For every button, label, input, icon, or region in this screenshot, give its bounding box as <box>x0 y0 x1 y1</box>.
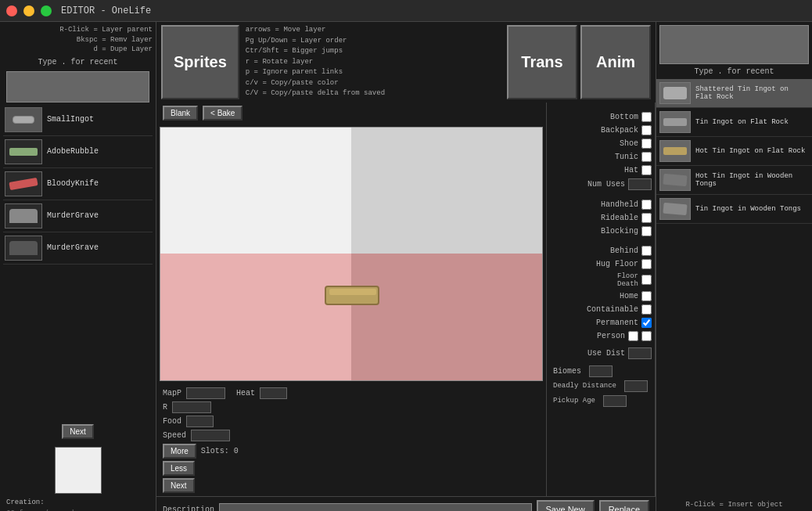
right-thumb <box>659 198 691 220</box>
more-button[interactable]: More <box>163 444 196 459</box>
handheld-checkbox[interactable] <box>641 200 652 210</box>
floordeath-checkbox[interactable] <box>641 275 652 285</box>
canvas-q1 <box>160 128 351 254</box>
mapp-input[interactable]: 0.00 <box>186 387 225 399</box>
top-bar: Sprites arrows = Move layer Pg Up/Down =… <box>156 22 656 103</box>
blocking-checkbox[interactable] <box>641 226 652 236</box>
right-list-item[interactable]: Tin Ingot on Flat Rock <box>656 108 812 137</box>
sprite-preview-box <box>55 447 102 494</box>
sprite-thumb <box>5 107 42 132</box>
right-thumb <box>659 111 691 133</box>
sprite-name: MurderGrave <box>47 211 99 220</box>
behind-checkbox[interactable] <box>641 246 652 256</box>
list-item[interactable]: MurderGrave <box>3 200 153 232</box>
next-button-center[interactable]: Next <box>163 478 195 493</box>
handheld-label: Handheld <box>601 200 638 209</box>
sprites-button[interactable]: Sprites <box>161 25 239 99</box>
replace-button[interactable]: Replace <box>599 500 649 511</box>
desc-bar: Description Hot Tin Ingot on Flat Rock S… <box>156 496 656 511</box>
bake-button[interactable]: < Bake <box>203 106 243 121</box>
deadlydist-row: Deadly Distance 0 <box>550 379 652 394</box>
trans-blocking-row: Blocking <box>550 225 652 238</box>
middle-section: Sprites arrows = Move layer Pg Up/Down =… <box>156 22 656 511</box>
minimize-btn[interactable] <box>23 5 34 16</box>
right-list-item[interactable]: Shattered Tin Ingot on Flat Rock <box>656 79 812 108</box>
biomes-row: Biomes 3 <box>550 364 652 379</box>
rideable-label: Rideable <box>601 214 638 222</box>
next-button-left[interactable]: Next <box>62 424 94 439</box>
trans-button[interactable]: Trans <box>507 25 577 99</box>
save-new-button[interactable]: Save New <box>537 500 595 511</box>
main-layout: R-Click = Layer parent Bkspc = Remv laye… <box>0 22 812 511</box>
trans-rideable-row: Rideable <box>550 211 652 225</box>
canvas-q3 <box>160 254 351 380</box>
list-item[interactable]: SmallIngot <box>3 104 153 136</box>
status-line1: 60 frames/second <box>3 508 153 511</box>
right-preview <box>659 25 809 64</box>
right-item-name: Tin Ingot in Wooden Tongs <box>695 205 801 213</box>
rideable-checkbox[interactable] <box>641 213 652 223</box>
selected-sprite-preview <box>6 71 149 103</box>
right-thumb <box>659 82 691 104</box>
sprite-name: AdobeRubble <box>47 147 99 156</box>
usedist-input[interactable]: 1 <box>628 347 652 359</box>
food-input[interactable]: 0 <box>186 416 214 427</box>
mapp-label: MapP <box>163 389 181 398</box>
right-thumb <box>659 169 691 191</box>
backpack-label: Backpack <box>601 126 638 135</box>
person2-checkbox[interactable] <box>641 331 652 341</box>
ingot-sprite <box>325 286 379 305</box>
biomes-input[interactable]: 3 <box>589 365 613 377</box>
pickupage-input[interactable]: 3 <box>603 395 627 407</box>
sprite-name: BloodyKnife <box>47 179 99 188</box>
r-label: R <box>163 403 167 412</box>
trans-behind-row: Behind <box>550 244 652 257</box>
trans-containable-row: Containable <box>550 303 652 316</box>
hat-checkbox[interactable] <box>641 165 652 175</box>
backpack-checkbox[interactable] <box>641 125 652 135</box>
canvas-q2 <box>351 128 542 254</box>
sprite-name: SmallIngot <box>47 115 94 124</box>
blank-button[interactable]: Blank <box>163 106 198 121</box>
bottom-checkbox[interactable] <box>641 112 652 122</box>
list-item[interactable]: AdobeRubble <box>3 136 153 168</box>
r-input[interactable]: 0.00 <box>172 401 211 413</box>
permanent-checkbox[interactable] <box>641 318 652 328</box>
trans-permanent-row: Permanent <box>550 316 652 329</box>
numuses-input[interactable]: 1 <box>628 178 652 190</box>
sprite-canvas[interactable] <box>160 127 543 382</box>
tunic-checkbox[interactable] <box>641 152 652 162</box>
list-item[interactable]: MurderGrave <box>3 232 153 264</box>
blocking-label: Blocking <box>601 227 638 236</box>
trans-bottom-row: Bottom <box>550 110 652 124</box>
right-thumb <box>659 140 691 162</box>
close-btn[interactable] <box>6 5 17 16</box>
canvas-inner <box>160 128 542 381</box>
slots-label: Slots: 0 <box>201 447 239 455</box>
less-button[interactable]: Less <box>163 461 195 476</box>
heat-label: Heat <box>236 389 255 398</box>
anim-button[interactable]: Anim <box>580 25 651 99</box>
right-list-item[interactable]: Hot Tin Ingot in Wooden Tongs <box>656 166 812 195</box>
right-list-item[interactable]: Hot Tin Ingot on Flat Rock <box>656 137 812 166</box>
list-item[interactable]: BloodyKnife <box>3 168 153 200</box>
speed-label: Speed <box>163 431 186 440</box>
person-checkbox[interactable] <box>628 331 638 341</box>
right-list-item[interactable]: Tin Ingot in Wooden Tongs <box>656 195 812 224</box>
home-checkbox[interactable] <box>641 291 652 301</box>
trans-backpack-row: Backpack <box>550 124 652 137</box>
sprite-list: SmallIngot AdobeRubble BloodyKnife Murde… <box>3 104 153 419</box>
controls-row-5: More Slots: 0 <box>163 444 540 459</box>
containable-checkbox[interactable] <box>641 304 652 315</box>
maximize-btn[interactable] <box>41 5 52 16</box>
numuses-label: Num Uses <box>587 180 625 189</box>
right-item-name: Tin Ingot on Flat Rock <box>695 118 789 126</box>
hugfloor-checkbox[interactable] <box>641 259 652 269</box>
speed-input[interactable]: 1.00 <box>191 430 230 441</box>
heat-input[interactable]: 0 <box>260 387 287 399</box>
shoe-checkbox[interactable] <box>641 139 652 149</box>
floordeath-label: FloorDeath <box>617 272 638 288</box>
deadlydist-input[interactable]: 0 <box>624 380 648 392</box>
desc-input[interactable]: Hot Tin Ingot on Flat Rock <box>219 503 531 512</box>
left-panel: R-Click = Layer parent Bkspc = Remv laye… <box>0 22 156 511</box>
